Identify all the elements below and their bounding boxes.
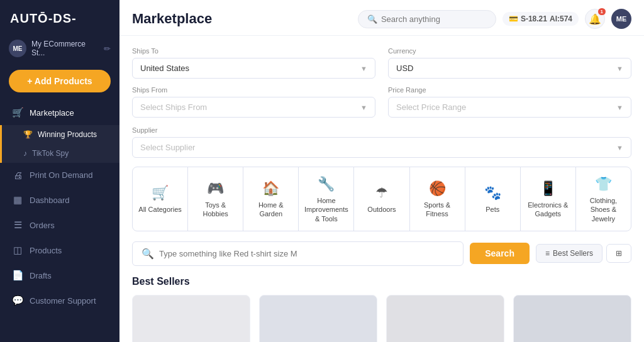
sidebar-item-tiktok-spy[interactable]: ♪ TikTok Spy	[0, 144, 119, 163]
sidebar-item-winning-products[interactable]: 🏆 Winning Products	[0, 125, 119, 144]
category-all[interactable]: 🛒 All Categories	[133, 167, 188, 231]
price-range-group: Price Range Select Price Range ▼	[388, 86, 631, 118]
category-toys[interactable]: 🎮 Toys & Hobbies	[188, 167, 243, 231]
tiktok-icon: ♪	[23, 149, 27, 158]
edit-store-icon[interactable]: ✏	[104, 44, 111, 53]
view-options: ≡ Best Sellers ⊞	[536, 244, 631, 263]
sidebar-item-drafts[interactable]: 📄 Drafts	[0, 263, 119, 288]
sidebar-item-customer-support[interactable]: 💬 Customer Support	[0, 288, 119, 313]
product-card[interactable]	[513, 295, 631, 342]
list-icon: ≡	[545, 249, 550, 258]
sidebar-item-orders[interactable]: ☰ Orders	[0, 212, 119, 238]
global-search[interactable]: 🔍	[358, 10, 496, 28]
home-tools-icon: 🔧	[318, 176, 335, 192]
sidebar-item-label: Marketplace	[30, 108, 74, 118]
ships-from-select[interactable]: Select Ships From ▼	[132, 97, 375, 118]
sidebar-item-marketplace[interactable]: 🛒 Marketplace	[0, 100, 119, 125]
category-label: Home Improvements & Tools	[303, 196, 350, 223]
notifications-button[interactable]: 🔔 1	[585, 9, 605, 29]
credit-amount: S-18.21	[521, 14, 547, 23]
winning-icon: 🏆	[23, 130, 33, 139]
topbar-right: 🔍 💳 S-18.21 AI:574 🔔 1 ME	[358, 9, 631, 29]
credit-display: 💳 S-18.21 AI:574	[502, 12, 579, 26]
search-input[interactable]	[381, 14, 482, 24]
products-icon: ◫	[12, 245, 23, 256]
product-card[interactable]	[132, 295, 250, 342]
orders-icon: ☰	[12, 219, 23, 231]
chevron-down-icon: ▼	[360, 65, 367, 72]
pets-icon: 🐾	[484, 185, 501, 201]
search-icon: 🔍	[142, 248, 154, 260]
sidebar: AUTŌ-DS- ME My ECommerce St... ✏ + Add P…	[0, 0, 119, 342]
ships-to-value: United States	[140, 63, 189, 73]
ships-to-select[interactable]: United States ▼	[132, 58, 375, 79]
search-button[interactable]: Search	[470, 243, 530, 264]
product-card[interactable]	[386, 295, 504, 342]
category-label: Clothing, Shoes & Jewelry	[580, 196, 627, 223]
category-home-garden[interactable]: 🏠 Home & Garden	[243, 167, 299, 231]
dashboard-icon: ▦	[12, 194, 23, 206]
sidebar-item-products[interactable]: ◫ Products	[0, 238, 119, 263]
category-home-tools[interactable]: 🔧 Home Improvements & Tools	[299, 167, 354, 231]
grid-view-button[interactable]: ⊞	[606, 244, 631, 263]
support-icon: 💬	[12, 295, 23, 306]
sports-icon: 🏀	[429, 180, 446, 197]
topbar: Marketplace 🔍 💳 S-18.21 AI:574 🔔 1 ME	[119, 0, 644, 36]
credit-icon: 💳	[509, 14, 518, 23]
sidebar-item-label: Print On Demand	[30, 170, 92, 180]
supplier-group: Supplier Select Supplier ▼	[132, 126, 631, 158]
search-icon: 🔍	[367, 14, 377, 24]
currency-group: Currency USD ▼	[388, 47, 631, 79]
category-outdoors[interactable]: ☂ Outdoors	[354, 167, 409, 231]
chevron-down-icon: ▼	[360, 104, 367, 111]
sidebar-item-label: Orders	[30, 221, 55, 230]
category-clothing[interactable]: 👕 Clothing, Shoes & Jewelry	[576, 167, 631, 231]
price-range-select[interactable]: Select Price Range ▼	[388, 97, 631, 118]
ships-from-label: Ships From	[132, 86, 375, 94]
supplier-placeholder: Select Supplier	[140, 143, 195, 152]
user-avatar-button[interactable]: ME	[611, 9, 631, 29]
product-card[interactable]	[259, 295, 377, 342]
product-search-row: 🔍 Search ≡ Best Sellers ⊞	[132, 241, 631, 266]
supplier-label: Supplier	[132, 126, 631, 134]
sidebar-item-label: Products	[30, 246, 62, 255]
product-search-bar[interactable]: 🔍	[132, 241, 464, 266]
best-sellers-section: Best Sellers	[132, 276, 631, 342]
chevron-down-icon: ▼	[616, 104, 623, 111]
sidebar-item-label: Drafts	[30, 271, 52, 280]
category-electronics[interactable]: 📱 Electronics & Gadgets	[521, 167, 576, 231]
price-range-label: Price Range	[388, 86, 631, 94]
toys-icon: 🎮	[207, 180, 224, 197]
best-sellers-button[interactable]: ≡ Best Sellers	[536, 244, 602, 263]
best-sellers-label: Best Sellers	[553, 249, 593, 258]
sidebar-item-label: TikTok Spy	[32, 149, 69, 158]
ai-count: AI:574	[550, 14, 572, 23]
electronics-icon: 📱	[540, 180, 557, 197]
drafts-icon: 📄	[12, 270, 23, 281]
product-search-input[interactable]	[159, 249, 454, 258]
notification-badge: 1	[598, 8, 606, 15]
page-title: Marketplace	[132, 11, 212, 27]
sidebar-item-dashboard[interactable]: ▦ Dashboard	[0, 187, 119, 212]
price-range-placeholder: Select Price Range	[396, 102, 466, 112]
filters-grid: Ships To United States ▼ Currency USD ▼ …	[132, 47, 631, 118]
store-name: My ECommerce St...	[31, 40, 99, 57]
home-garden-icon: 🏠	[262, 180, 279, 197]
category-sports[interactable]: 🏀 Sports & Fitness	[410, 167, 465, 231]
currency-label: Currency	[388, 47, 631, 55]
category-pets[interactable]: 🐾 Pets	[465, 167, 521, 231]
clothing-icon: 👕	[595, 176, 612, 192]
all-categories-icon: 🛒	[152, 185, 169, 201]
category-label: Toys & Hobbies	[192, 201, 239, 219]
category-label: Home & Garden	[247, 201, 294, 219]
category-label: Sports & Fitness	[414, 201, 461, 219]
currency-select[interactable]: USD ▼	[388, 58, 631, 79]
chevron-down-icon: ▼	[616, 65, 623, 72]
add-products-button[interactable]: + Add Products	[9, 70, 111, 92]
print-icon: 🖨	[12, 170, 23, 180]
outdoors-icon: ☂	[375, 185, 388, 201]
logo: AUTŌ-DS-	[0, 0, 119, 35]
supplier-select[interactable]: Select Supplier ▼	[132, 137, 631, 158]
avatar: ME	[9, 40, 26, 57]
sidebar-item-print-on-demand[interactable]: 🖨 Print On Demand	[0, 163, 119, 187]
